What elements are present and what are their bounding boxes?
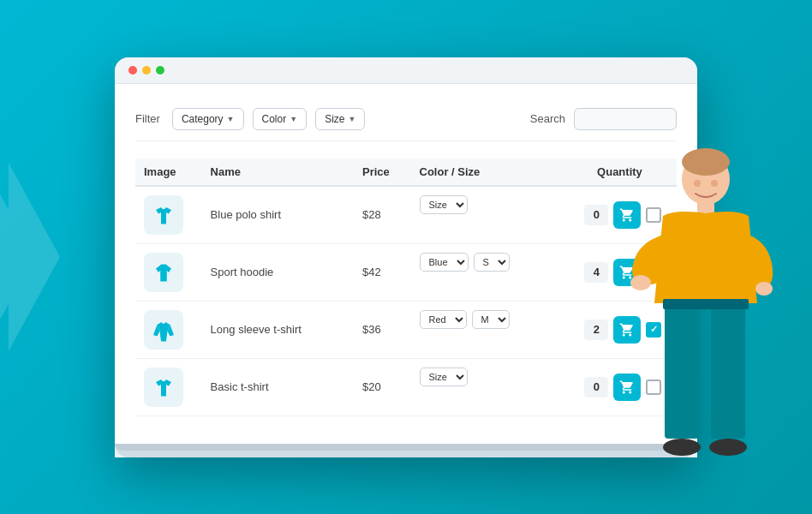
color-select[interactable]: Blue: [420, 253, 469, 272]
svg-rect-8: [665, 302, 699, 439]
size-select[interactable]: S: [474, 253, 510, 272]
product-image-cell: [135, 301, 202, 358]
search-input[interactable]: [574, 108, 677, 130]
svg-point-13: [694, 180, 701, 187]
product-colorsize: Size: [411, 187, 563, 223]
product-name: Basic t-shirt: [202, 358, 354, 415]
table-row: Blue polo shirt$28Size0: [135, 186, 677, 244]
laptop-stand: [115, 444, 697, 451]
col-colorsize: Color / Size: [411, 158, 563, 186]
product-colorsize: BlueS: [411, 244, 563, 280]
search-label: Search: [530, 112, 565, 125]
size-dropdown[interactable]: Size ▼: [315, 108, 365, 130]
size-label: Size: [325, 113, 344, 125]
product-icon: [144, 310, 183, 350]
quantity-value: 2: [584, 320, 608, 340]
product-icon: [144, 368, 183, 407]
col-name: Name: [202, 158, 354, 186]
color-dropdown[interactable]: Color ▼: [253, 108, 307, 130]
svg-point-6: [630, 275, 651, 290]
product-price: $20: [354, 358, 411, 415]
svg-marker-1: [9, 163, 60, 351]
svg-point-12: [709, 439, 747, 456]
titlebar: [115, 57, 697, 84]
table-row: Long sleeve t-shirt$36RedM2: [135, 301, 677, 358]
size-select[interactable]: Size: [420, 368, 468, 386]
filter-bar: Filter Category ▼ Color ▼ Size ▼ Search: [135, 98, 677, 141]
person-illustration: [629, 132, 783, 457]
product-price: $36: [354, 301, 411, 358]
product-icon: [144, 195, 183, 235]
product-colorsize: Size: [411, 359, 563, 395]
svg-point-7: [755, 282, 773, 296]
product-name: Blue polo shirt: [202, 186, 354, 244]
color-label: Color: [262, 113, 287, 125]
svg-point-14: [711, 180, 718, 187]
quantity-value: 0: [584, 377, 608, 397]
laptop-content: Filter Category ▼ Color ▼ Size ▼ Search: [115, 84, 697, 444]
product-price: $42: [354, 243, 411, 301]
dot-green[interactable]: [156, 66, 164, 75]
svg-rect-9: [711, 302, 745, 439]
product-colorsize: RedM: [411, 302, 563, 338]
filter-label: Filter: [135, 112, 160, 125]
product-table: Image Name Price Color / Size Quantity B…: [135, 158, 677, 416]
product-icon: [144, 253, 183, 292]
laptop-window: Filter Category ▼ Color ▼ Size ▼ Search: [115, 57, 697, 457]
product-price: $28: [354, 186, 411, 244]
quantity-value: 4: [584, 262, 608, 283]
dot-yellow[interactable]: [142, 66, 151, 75]
quantity-value: 0: [584, 205, 608, 225]
svg-point-4: [682, 148, 730, 176]
product-name: Long sleeve t-shirt: [202, 301, 354, 358]
size-select[interactable]: Size: [420, 195, 468, 214]
svg-rect-2: [160, 272, 167, 274]
product-name: Sport hoodie: [202, 243, 354, 301]
col-image: Image: [135, 158, 202, 186]
table-row: Basic t-shirt$20Size0: [135, 358, 677, 415]
dot-red[interactable]: [128, 66, 137, 75]
color-select[interactable]: Red: [420, 310, 467, 329]
svg-point-11: [663, 439, 701, 456]
category-dropdown[interactable]: Category ▼: [172, 108, 244, 130]
laptop-base: [115, 444, 697, 457]
svg-rect-10: [663, 299, 749, 309]
size-select[interactable]: M: [472, 310, 510, 329]
product-image-cell: [135, 243, 202, 301]
col-price: Price: [354, 158, 411, 186]
chevron-down-icon: ▼: [290, 115, 297, 123]
product-image-cell: [135, 186, 202, 244]
chevron-down-icon: ▼: [348, 115, 355, 123]
chevron-down-icon: ▼: [227, 115, 235, 123]
product-image-cell: [135, 358, 202, 415]
category-label: Category: [182, 113, 224, 125]
table-row: Sport hoodie$42BlueS4: [135, 243, 677, 301]
